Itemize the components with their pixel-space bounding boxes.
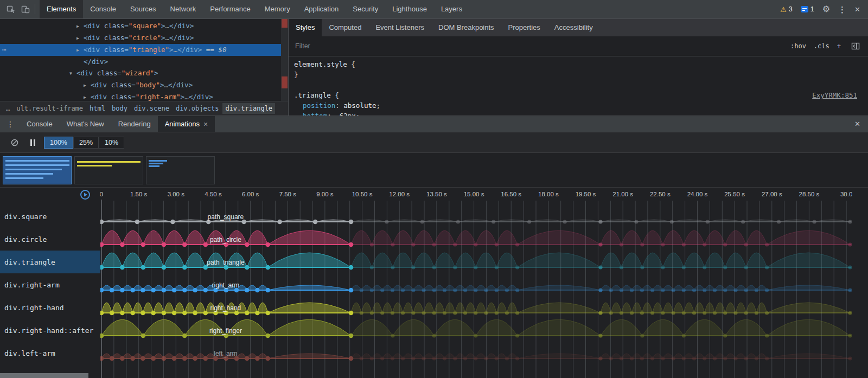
disclosure-open-icon[interactable]: ▼ (69, 68, 76, 79)
tab-security[interactable]: Security (346, 0, 385, 18)
breadcrumb-body[interactable]: body (109, 103, 130, 114)
breadcrumb-item[interactable]: … (3, 103, 12, 114)
rule-selector-line: .triangle {ExyYRMK:851 (294, 90, 857, 100)
warnings-badge[interactable]: ⚠ 3 (780, 5, 793, 14)
timeline-grid[interactable]: 01.50 s3.00 s4.50 s6.00 s7.50 s9.00 s10.… (100, 188, 868, 378)
svg-text:10.50 s: 10.50 s (352, 191, 373, 197)
tab-event-listeners[interactable]: Event Listeners (368, 19, 431, 36)
playback-rate-group: 100%25%10% (44, 137, 124, 149)
animation-group-preview[interactable] (146, 156, 215, 184)
drawer-menu-icon[interactable]: ⋮ (0, 120, 20, 129)
disclosure-closed-icon[interactable]: ▶ (76, 33, 84, 44)
styles-filter-input[interactable] (294, 42, 457, 50)
svg-text:22.50 s: 22.50 s (650, 191, 671, 197)
sidebar-pane-toggle-icon[interactable] (848, 39, 863, 53)
svg-text:right_arm: right_arm (212, 281, 240, 289)
dom-node[interactable]: ⋯▶<div class="triangle">…</div> == $0 (0, 44, 288, 56)
css-property[interactable]: position: absolute; (294, 100, 857, 111)
timeline-node-div-right-arm[interactable]: div.right-arm (0, 273, 100, 296)
playback-rate-10[interactable]: 10% (99, 137, 124, 149)
breadcrumb-ult-result-iframe[interactable]: ult.result-iframe (14, 103, 86, 114)
disclosure-closed-icon[interactable]: ▶ (84, 92, 91, 101)
tab-application[interactable]: Application (297, 0, 346, 18)
tab-network[interactable]: Network (163, 0, 203, 18)
breadcrumb-html[interactable]: html (87, 103, 108, 114)
more-options-icon[interactable]: ⋮ (838, 5, 846, 14)
tab-computed[interactable]: Computed (322, 19, 368, 36)
dom-node[interactable]: ▶<div class="square">…</div> (0, 20, 288, 32)
playback-rate-25[interactable]: 25% (73, 137, 99, 149)
tab-sources[interactable]: Sources (123, 0, 163, 18)
css-property[interactable]: bottom: -62px; (294, 111, 857, 116)
svg-text:18.00 s: 18.00 s (538, 191, 559, 197)
elements-panel: ▶<div class="square">…</div>▶<div class=… (0, 19, 289, 116)
dom-node[interactable]: ▶<div class="body">…</div> (0, 79, 288, 91)
timeline-rows: div.squarediv.circlediv.trianglediv.righ… (0, 205, 100, 364)
tab-elements[interactable]: Elements (40, 0, 83, 18)
elements-scrollbar[interactable] (281, 19, 288, 101)
toggle-item[interactable]: + (837, 42, 841, 50)
close-tab-icon[interactable]: × (203, 120, 208, 129)
device-toolbar-icon[interactable] (18, 2, 33, 16)
svg-text:12.00 s: 12.00 s (389, 191, 410, 197)
dom-node[interactable]: ▶<div class="circle">…</div> (0, 32, 288, 44)
drawer-tab-console[interactable]: Console (20, 116, 60, 132)
scrollbar-marker (282, 76, 288, 88)
svg-text:24.00 s: 24.00 s (687, 191, 708, 197)
stylesheet-link[interactable]: ExyYRMK:851 (812, 90, 857, 100)
drawer-tab-animations[interactable]: Animations× (158, 116, 215, 132)
playback-rate-100[interactable]: 100% (44, 137, 73, 149)
disclosure-closed-icon[interactable]: ▶ (76, 44, 84, 56)
disclosure-closed-icon[interactable]: ▶ (84, 80, 91, 91)
tab-dom-breakpoints[interactable]: DOM Breakpoints (431, 19, 501, 36)
rule-selector: element.style (294, 60, 347, 68)
breadcrumb-div-objects[interactable]: div.objects (173, 103, 221, 114)
preview-bar (149, 160, 167, 162)
tab-layers[interactable]: Layers (434, 0, 469, 18)
dom-node[interactable]: </div> (0, 56, 288, 67)
animation-group-preview[interactable] (74, 156, 143, 184)
tab-lighthouse[interactable]: Lighthouse (385, 0, 434, 18)
tab-console[interactable]: Console (83, 0, 123, 18)
pause-all-icon[interactable] (30, 139, 35, 146)
horizontal-scrollbar-thumb[interactable] (0, 373, 88, 378)
toggle-hov[interactable]: :hov (790, 42, 806, 50)
dom-node[interactable]: ▼<div class="wizard"> (0, 67, 288, 79)
replay-button[interactable] (80, 189, 91, 200)
timeline-node-div-right-hand[interactable]: div.right-hand (0, 296, 100, 319)
dom-node[interactable]: ▶<div class="right-arm">…</div> (0, 91, 288, 101)
more-actions-icon[interactable]: ⋯ (2, 44, 6, 55)
warning-count: 3 (789, 5, 793, 13)
toggle-cls[interactable]: .cls (814, 42, 829, 50)
timeline-node-div-right-hand-after[interactable]: div.right-hand::after (0, 319, 100, 342)
tab-memory[interactable]: Memory (258, 0, 297, 18)
timeline-grid-svg[interactable]: 01.50 s3.00 s4.50 s6.00 s7.50 s9.00 s10.… (100, 188, 852, 378)
drawer-tab-what-s-new[interactable]: What's New (60, 116, 111, 132)
timeline-node-div-left-arm[interactable]: div.left-arm (0, 342, 100, 364)
inspect-element-icon[interactable] (4, 2, 18, 16)
drawer-tab-rendering[interactable]: Rendering (111, 116, 158, 132)
animation-group-preview[interactable] (3, 156, 72, 184)
tab-properties[interactable]: Properties (501, 19, 547, 36)
tab-performance[interactable]: Performance (203, 0, 257, 18)
svg-text:21.00 s: 21.00 s (612, 191, 633, 197)
issues-badge[interactable]: 1 (801, 5, 814, 13)
timeline-node-div-circle[interactable]: div.circle (0, 228, 100, 251)
tab-styles[interactable]: Styles (289, 19, 322, 36)
scrollbar-marker (282, 19, 288, 28)
disclosure-closed-icon[interactable]: ▶ (76, 21, 84, 32)
svg-text:4.50 s: 4.50 s (205, 191, 222, 197)
dom-tree: ▶<div class="square">…</div>▶<div class=… (0, 19, 288, 101)
settings-gear-icon[interactable]: ⚙ (822, 5, 830, 14)
close-devtools-icon[interactable]: ✕ (854, 6, 860, 13)
timeline-node-div-square[interactable]: div.square (0, 205, 100, 228)
breadcrumb-div-triangle[interactable]: div.triangle (222, 103, 275, 114)
svg-text:path_square: path_square (208, 213, 244, 221)
clear-all-icon[interactable] (8, 136, 22, 150)
timeline-node-div-triangle[interactable]: div.triangle (0, 251, 100, 273)
breadcrumb-div-scene[interactable]: div.scene (131, 103, 172, 114)
tab-accessibility[interactable]: Accessibility (547, 19, 600, 36)
close-drawer-icon[interactable]: ✕ (854, 120, 868, 127)
svg-text:0: 0 (100, 191, 103, 197)
warning-icon: ⚠ (780, 5, 787, 14)
